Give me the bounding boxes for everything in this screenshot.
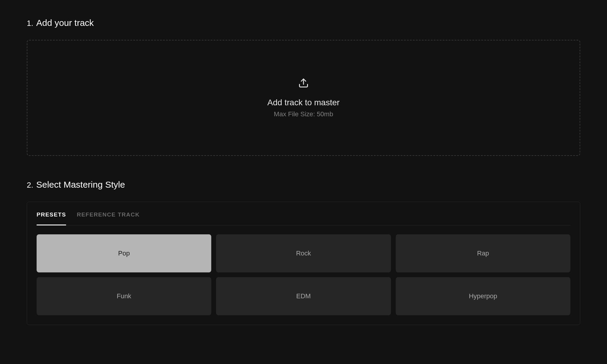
upload-icon xyxy=(298,78,309,90)
dropzone-subtitle: Max File Size: 50mb xyxy=(274,110,333,118)
dropzone-title: Add track to master xyxy=(267,98,340,107)
mastering-style-panel: PRESETS REFERENCE TRACK Pop Rock Rap Fun… xyxy=(27,202,580,325)
preset-edm[interactable]: EDM xyxy=(216,277,391,315)
step2-number: 2. xyxy=(27,181,33,190)
preset-pop[interactable]: Pop xyxy=(37,234,211,272)
tab-reference-track[interactable]: REFERENCE TRACK xyxy=(77,202,140,225)
preset-grid: Pop Rock Rap Funk EDM Hyperpop xyxy=(37,234,570,315)
tab-presets[interactable]: PRESETS xyxy=(37,202,66,225)
style-tabs: PRESETS REFERENCE TRACK xyxy=(37,202,570,225)
step2-header: 2. Select Mastering Style xyxy=(27,180,580,190)
step1-number: 1. xyxy=(27,19,33,28)
preset-rock[interactable]: Rock xyxy=(216,234,391,272)
preset-hyperpop[interactable]: Hyperpop xyxy=(396,277,570,315)
preset-rap[interactable]: Rap xyxy=(396,234,570,272)
preset-funk[interactable]: Funk xyxy=(37,277,211,315)
step1-title: Add your track xyxy=(36,18,94,28)
step1-header: 1. Add your track xyxy=(27,18,580,28)
upload-dropzone[interactable]: Add track to master Max File Size: 50mb xyxy=(27,40,580,156)
step2-title: Select Mastering Style xyxy=(36,180,125,190)
